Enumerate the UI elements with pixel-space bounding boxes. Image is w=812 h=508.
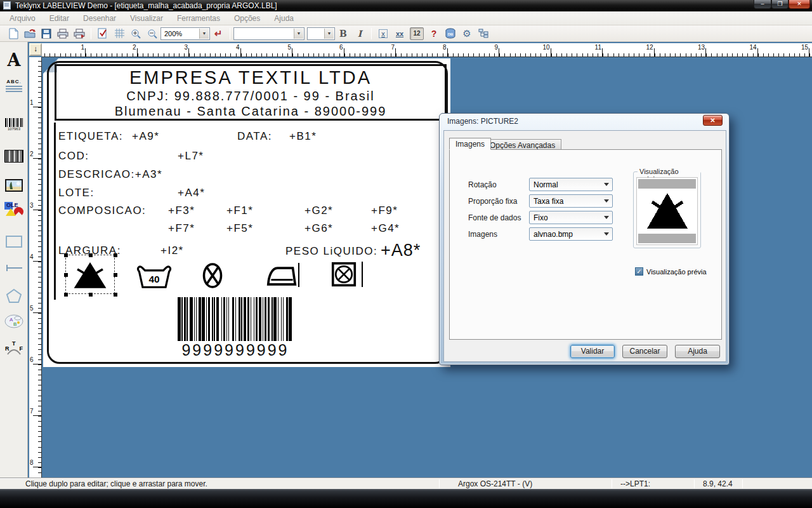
field-x-button[interactable]: x — [376, 27, 391, 41]
do-not-tumble-dry-symbol[interactable] — [331, 262, 357, 290]
iron-symbol[interactable] — [266, 265, 297, 290]
composicao-variable[interactable]: +F9* — [371, 204, 398, 217]
line-tool[interactable] — [3, 257, 25, 279]
imagens-combobox[interactable]: alvnao.bmp — [529, 227, 613, 241]
descricao-text[interactable]: DESCRICAO:+A3* — [58, 168, 162, 181]
tree-view-button[interactable] — [476, 27, 491, 41]
close-button[interactable]: ✕ — [789, 0, 810, 9]
barcode-2d-tool[interactable] — [3, 145, 25, 168]
city-text[interactable]: Blumenau - Santa Catarina - 89000-999 — [55, 104, 447, 119]
database-button[interactable]: DB — [443, 27, 458, 41]
menu-desenhar[interactable]: Desenhar — [76, 12, 123, 25]
barcode-value-text[interactable]: 9999999999 — [178, 341, 293, 359]
print-icon[interactable] — [55, 27, 70, 41]
paragraph-tool[interactable]: ABC. — [3, 74, 25, 97]
selection-handle[interactable] — [89, 293, 93, 297]
chevron-down-icon[interactable] — [604, 232, 609, 236]
zoom-level-combobox[interactable]: 200%▼ — [160, 27, 210, 40]
polygon-tool[interactable] — [3, 284, 25, 307]
etiqueta-variable[interactable]: +A9* — [132, 130, 159, 143]
selection-handle[interactable] — [64, 293, 68, 297]
menu-editar[interactable]: Editar — [43, 12, 76, 25]
menu-ajuda[interactable]: Ajuda — [267, 12, 301, 25]
selection-handle[interactable] — [114, 293, 117, 297]
zoom-out-icon[interactable] — [145, 27, 160, 41]
validate-icon[interactable] — [95, 27, 110, 41]
rectangle-tool[interactable] — [3, 230, 25, 253]
maximize-button[interactable]: ❐ — [771, 0, 789, 9]
composicao-variable[interactable]: +G2* — [304, 204, 333, 217]
selection-handle[interactable] — [64, 273, 68, 277]
menu-visualizar[interactable]: Visualizar — [123, 12, 170, 25]
tab-opcoes-avancadas[interactable]: Opções Avançadas — [483, 139, 561, 150]
chevron-down-icon[interactable]: ▼ — [324, 29, 334, 39]
composicao-variable[interactable]: +G6* — [304, 222, 333, 235]
new-doc-icon[interactable] — [6, 27, 21, 41]
menu-ferramentas[interactable]: Ferramentas — [170, 12, 227, 25]
composicao-variable[interactable]: +F3* — [168, 204, 195, 217]
gear-button[interactable]: ⚙ — [459, 27, 475, 41]
cod-label-text[interactable]: COD: — [58, 150, 89, 163]
field-12-button[interactable]: 12 — [410, 27, 424, 40]
company-name-text[interactable]: EMPRESA TEXTIL LTDA — [55, 67, 447, 88]
data-label-text[interactable]: DATA: — [237, 130, 272, 143]
wash-40-symbol[interactable]: 40 — [136, 264, 173, 291]
font-size-combobox[interactable]: ▼ — [307, 27, 335, 40]
save-icon[interactable] — [39, 27, 54, 41]
minimize-button[interactable]: – — [754, 0, 771, 9]
largura-variable[interactable]: +I2* — [160, 244, 184, 257]
selection-handle[interactable] — [89, 253, 93, 257]
etiqueta-label-text[interactable]: ETIQUETA: — [58, 130, 123, 143]
chevron-down-icon[interactable] — [604, 183, 609, 186]
image-tool[interactable] — [3, 174, 25, 197]
ajuda-button[interactable]: Ajuda — [675, 345, 720, 358]
italic-button[interactable]: I — [352, 27, 367, 41]
data-variable[interactable]: +B1* — [289, 130, 317, 143]
selection-handle[interactable] — [114, 253, 117, 257]
ole-tool[interactable]: OLE — [3, 198, 25, 221]
chevron-down-icon[interactable]: ▼ — [294, 29, 303, 39]
field-xx-button[interactable]: xx — [392, 27, 407, 41]
chevron-down-icon[interactable] — [604, 199, 609, 203]
peso-variable[interactable]: +A8* — [381, 241, 421, 260]
menu-arquivo[interactable]: Arquivo — [3, 12, 43, 25]
font-name-combobox[interactable]: ▼ — [233, 27, 304, 40]
grid-icon[interactable] — [112, 27, 127, 41]
cnpj-text[interactable]: CNPJ: 99.888.777/0001 - 99 - Brasil — [55, 89, 447, 104]
selection-handle[interactable] — [64, 253, 68, 257]
fonte-dados-combobox[interactable]: Fixo — [529, 211, 613, 224]
bold-button[interactable]: B — [336, 27, 351, 41]
tab-imagens[interactable]: Imagens — [449, 138, 491, 150]
ruler-origin-button[interactable]: ↓ — [29, 43, 42, 56]
separator-line[interactable] — [298, 263, 299, 287]
composicao-label-text[interactable]: COMPOSICAO: — [58, 204, 146, 217]
composicao-variable[interactable]: +F1* — [226, 204, 253, 217]
undo-return-icon[interactable]: ↵ — [211, 27, 226, 41]
help-button[interactable]: ? — [426, 27, 442, 41]
rtf-tool[interactable]: RTF — [3, 337, 25, 359]
menu-opes[interactable]: Opções — [227, 12, 267, 25]
composicao-variable[interactable]: +F7* — [168, 222, 195, 235]
chevron-down-icon[interactable] — [604, 216, 609, 219]
barcode-tool[interactable]: 107963 — [3, 113, 25, 136]
zoom-in-icon[interactable] — [128, 27, 143, 41]
cancelar-button[interactable]: Cancelar — [622, 345, 667, 358]
preview-checkbox[interactable]: ✓ — [635, 267, 643, 276]
separator-line[interactable] — [362, 262, 363, 287]
composicao-variable[interactable]: +G4* — [371, 222, 400, 235]
rotacao-combobox[interactable]: Normal — [529, 178, 613, 191]
peso-label-text[interactable]: PESO LiQUIDO: — [285, 245, 377, 258]
selection-handle[interactable] — [114, 273, 117, 277]
open-folder-icon[interactable] — [22, 27, 37, 41]
cod-variable[interactable]: +L7* — [178, 150, 204, 163]
dialog-close-button[interactable]: ✕ — [703, 115, 723, 126]
selection-frame[interactable] — [65, 255, 115, 294]
text-tool[interactable]: A — [3, 48, 25, 71]
composicao-variable[interactable]: +F5* — [226, 222, 253, 235]
print-setup-icon[interactable] — [72, 27, 87, 41]
lote-variable[interactable]: +A4* — [178, 187, 205, 199]
proporcao-combobox[interactable]: Taxa fixa — [529, 194, 613, 208]
barcode-object[interactable] — [178, 297, 293, 341]
palette-tool[interactable]: AB — [3, 310, 25, 333]
validar-button[interactable]: Validar — [570, 345, 615, 358]
